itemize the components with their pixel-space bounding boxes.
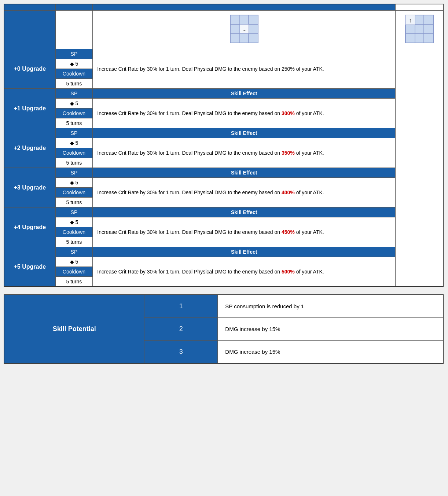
header-target bbox=[4, 4, 55, 11]
header-knockback bbox=[93, 4, 396, 11]
upgrade-label-0: +0 Upgrade bbox=[4, 49, 55, 89]
skill-effect-1: Skill Effect bbox=[93, 89, 396, 99]
turns-1: 5 turns bbox=[55, 118, 93, 128]
effect-cell-3: Increase Crit Rate by 30% for 1 turn. De… bbox=[93, 178, 396, 207]
highlight-3: 400% bbox=[282, 190, 295, 195]
upgrade-label-1: +1 Upgrade bbox=[4, 89, 55, 128]
potential-desc-1: DMG increase by 15% bbox=[218, 318, 443, 341]
sp-label-1: SP bbox=[55, 89, 93, 99]
potential-num-0: 1 bbox=[144, 295, 218, 318]
potential-num-1: 2 bbox=[144, 318, 218, 341]
diamond-row-1: ◆ 5Increase Crit Rate by 30% for 1 turn.… bbox=[4, 99, 443, 109]
turns-4: 5 turns bbox=[55, 237, 93, 247]
cooldown-4: Cooldown bbox=[55, 227, 93, 237]
upgrade-row-5: +5 UpgradeSPSkill Effect bbox=[4, 247, 443, 257]
cooldown-3: Cooldown bbox=[55, 188, 93, 198]
effect-cell-2: Increase Crit Rate by 30% for 1 turn. De… bbox=[93, 138, 396, 168]
diamond-1: ◆ 5 bbox=[55, 99, 93, 109]
skill-potential-table: Skill Potential1SP consumption is reduce… bbox=[4, 294, 444, 364]
turns-0: 5 turns bbox=[55, 79, 93, 89]
effect-cell-4: Increase Crit Rate by 30% for 1 turn. De… bbox=[93, 217, 396, 247]
cooldown-5: Cooldown bbox=[55, 267, 93, 277]
potential-row-0: Skill Potential1SP consumption is reduce… bbox=[4, 295, 443, 318]
effect-cell-0: Increase Crit Rate by 30% for 1 turn. De… bbox=[93, 49, 396, 89]
upgrade-label-2: +2 Upgrade bbox=[4, 128, 55, 168]
cooldown-0: Cooldown bbox=[55, 69, 93, 79]
upgrade-row-2: +2 UpgradeSPSkill Effect bbox=[4, 128, 443, 138]
cooldown-2: Cooldown bbox=[55, 148, 93, 158]
character-name bbox=[4, 11, 55, 49]
upgrade-label-3: +3 Upgrade bbox=[4, 168, 55, 207]
effect-cell-1: Increase Crit Rate by 30% for 1 turn. De… bbox=[93, 99, 396, 128]
upgrade-row-3: +3 UpgradeSPSkill Effect bbox=[4, 168, 443, 178]
main-table: ⌄ ↑ +0 UpgradeSP bbox=[4, 4, 444, 287]
skill-effect-3: Skill Effect bbox=[93, 168, 396, 178]
range-icon-cell: ⌄ bbox=[93, 11, 396, 49]
highlight-5: 500% bbox=[282, 269, 295, 275]
diamond-2: ◆ 5 bbox=[55, 138, 93, 148]
diamond-4: ◆ 5 bbox=[55, 217, 93, 227]
range-icon: ⌄ bbox=[229, 14, 259, 44]
turns-3: 5 turns bbox=[55, 198, 93, 207]
upgrade-label-4: +4 Upgrade bbox=[4, 207, 55, 247]
character-row: ⌄ ↑ bbox=[4, 11, 443, 49]
upgrade-label-5: +5 Upgrade bbox=[4, 247, 55, 287]
svg-text:↑: ↑ bbox=[409, 17, 412, 23]
upgrade-row-0: +0 UpgradeSPIncrease Crit Rate by 30% fo… bbox=[4, 49, 443, 59]
sp-label-2: SP bbox=[55, 128, 93, 138]
potential-desc-2: DMG increase by 15% bbox=[218, 341, 443, 364]
diamond-row-2: ◆ 5Increase Crit Rate by 30% for 1 turn.… bbox=[4, 138, 443, 148]
header-range bbox=[55, 4, 93, 11]
skill-effect-2: Skill Effect bbox=[93, 128, 396, 138]
turns-5: 5 turns bbox=[55, 277, 93, 287]
highlight-2: 350% bbox=[282, 150, 295, 156]
potential-num-2: 3 bbox=[144, 341, 218, 364]
knockback-icon-cell: ↑ bbox=[396, 11, 443, 49]
sp-label-5: SP bbox=[55, 247, 93, 257]
header-row bbox=[4, 4, 443, 11]
upgrade-row-4: +4 UpgradeSPSkill Effect bbox=[4, 207, 443, 217]
diamond-row-5: ◆ 5Increase Crit Rate by 30% for 1 turn.… bbox=[4, 257, 443, 267]
effect-cell-5: Increase Crit Rate by 30% for 1 turn. De… bbox=[93, 257, 396, 287]
diamond-3: ◆ 5 bbox=[55, 178, 93, 188]
potential-desc-0: SP consumption is reduced by 1 bbox=[218, 295, 443, 318]
knockback-icon: ↑ bbox=[405, 14, 434, 44]
turns-2: 5 turns bbox=[55, 158, 93, 168]
skill-effect-5: Skill Effect bbox=[93, 247, 396, 257]
cooldown-1: Cooldown bbox=[55, 109, 93, 118]
sp-label-0: SP bbox=[55, 49, 93, 59]
diamond-row-4: ◆ 5Increase Crit Rate by 30% for 1 turn.… bbox=[4, 217, 443, 227]
upgrade-row-1: +1 UpgradeSPSkill Effect bbox=[4, 89, 443, 99]
sp-label-4: SP bbox=[55, 207, 93, 217]
skill-potential-label: Skill Potential bbox=[4, 295, 144, 363]
diamond-0: ◆ 5 bbox=[55, 59, 93, 69]
svg-text:⌄: ⌄ bbox=[242, 26, 246, 32]
skill-effect-4: Skill Effect bbox=[93, 207, 396, 217]
diamond-5: ◆ 5 bbox=[55, 257, 93, 267]
diamond-row-3: ◆ 5Increase Crit Rate by 30% for 1 turn.… bbox=[4, 178, 443, 188]
highlight-4: 450% bbox=[282, 229, 295, 235]
highlight-1: 300% bbox=[282, 110, 295, 116]
skill-name bbox=[55, 11, 93, 49]
sp-label-3: SP bbox=[55, 168, 93, 178]
